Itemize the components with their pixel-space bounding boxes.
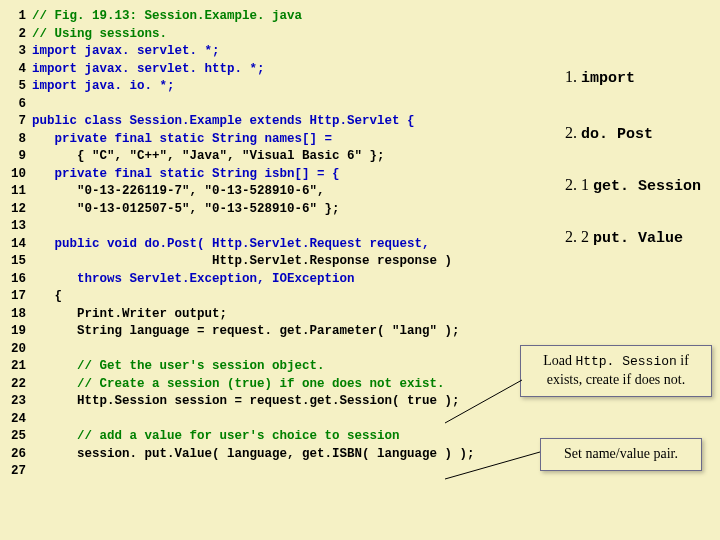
line-number: 26: [0, 446, 32, 464]
code-line: 24: [0, 411, 720, 429]
code-text: import javax. servlet. http. *;: [32, 61, 265, 79]
code-text: // Create a session (true) if one does n…: [32, 376, 445, 394]
line-number: 2: [0, 26, 32, 44]
line-number: 15: [0, 253, 32, 271]
code-text: session. put.Value( language, get.ISBN( …: [32, 446, 475, 464]
code-text: "0-13-012507-5", "0-13-528910-6" };: [32, 201, 340, 219]
line-number: 25: [0, 428, 32, 446]
line-number: 21: [0, 358, 32, 376]
line-number: 1: [0, 8, 32, 26]
callout-load-session: Load Http. Session if exists, create if …: [520, 345, 712, 397]
code-text: public void do.Post( Http.Servlet.Reques…: [32, 236, 430, 254]
code-line: 12 "0-13-012507-5", "0-13-528910-6" };: [0, 201, 720, 219]
callout-mono: Http. Session: [575, 354, 676, 369]
code-line: 15 Http.Servlet.Response response ): [0, 253, 720, 271]
line-number: 14: [0, 236, 32, 254]
code-text: import javax. servlet. *;: [32, 43, 220, 61]
code-text: { "C", "C++", "Java", "Visual Basic 6" }…: [32, 148, 385, 166]
code-line: 17 {: [0, 288, 720, 306]
line-number: 22: [0, 376, 32, 394]
code-line: 3import javax. servlet. *;: [0, 43, 720, 61]
line-number: 6: [0, 96, 32, 114]
code-text: Print.Writer output;: [32, 306, 227, 324]
line-number: 23: [0, 393, 32, 411]
annot-dopost: 2. do. Post: [565, 122, 653, 145]
code-line: 16 throws Servlet.Exception, IOException: [0, 271, 720, 289]
annot-import: 1. import: [565, 66, 635, 89]
code-text: // Using sessions.: [32, 26, 167, 44]
line-number: 17: [0, 288, 32, 306]
callout-text: Load: [543, 353, 575, 368]
line-number: 24: [0, 411, 32, 429]
line-number: 16: [0, 271, 32, 289]
line-number: 9: [0, 148, 32, 166]
code-line: 2// Using sessions.: [0, 26, 720, 44]
callout-set-pair: Set name/value pair.: [540, 438, 702, 471]
code-line: 18 Print.Writer output;: [0, 306, 720, 324]
line-number: 10: [0, 166, 32, 184]
annot-putvalue: 2. 2 put. Value: [565, 226, 683, 249]
annot-getsession: 2. 1 get. Session: [565, 174, 701, 197]
callout-text: Set name/value pair.: [564, 446, 678, 461]
code-text: Http.Servlet.Response response ): [32, 253, 452, 271]
code-text: "0-13-226119-7", "0-13-528910-6",: [32, 183, 325, 201]
line-number: 18: [0, 306, 32, 324]
line-number: 5: [0, 78, 32, 96]
line-number: 3: [0, 43, 32, 61]
code-text: String language = request. get.Parameter…: [32, 323, 460, 341]
code-text: private final static String isbn[] = {: [32, 166, 340, 184]
line-number: 12: [0, 201, 32, 219]
line-number: 7: [0, 113, 32, 131]
line-number: 13: [0, 218, 32, 236]
code-text: private final static String names[] =: [32, 131, 332, 149]
code-text: throws Servlet.Exception, IOException: [32, 271, 355, 289]
code-line: 1// Fig. 19.13: Session.Example. java: [0, 8, 720, 26]
code-text: import java. io. *;: [32, 78, 175, 96]
line-number: 8: [0, 131, 32, 149]
code-text: Http.Session session = request.get.Sessi…: [32, 393, 460, 411]
code-text: // Fig. 19.13: Session.Example. java: [32, 8, 302, 26]
line-number: 27: [0, 463, 32, 481]
code-text: // add a value for user's choice to sess…: [32, 428, 400, 446]
line-number: 4: [0, 61, 32, 79]
line-number: 20: [0, 341, 32, 359]
code-line: 19 String language = request. get.Parame…: [0, 323, 720, 341]
code-text: // Get the user's session object.: [32, 358, 325, 376]
code-line: 9 { "C", "C++", "Java", "Visual Basic 6"…: [0, 148, 720, 166]
code-text: public class Session.Example extends Htt…: [32, 113, 415, 131]
code-text: {: [32, 288, 62, 306]
code-line: 6: [0, 96, 720, 114]
line-number: 19: [0, 323, 32, 341]
line-number: 11: [0, 183, 32, 201]
